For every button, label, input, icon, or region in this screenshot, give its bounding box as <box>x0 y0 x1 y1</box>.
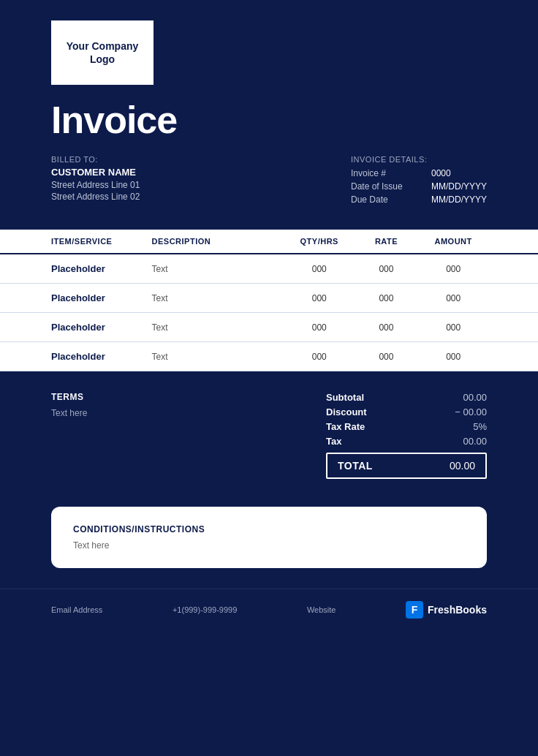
row2-item: Placeholder <box>51 292 152 303</box>
discount-value: − 00.00 <box>455 407 487 417</box>
row1-desc: Text <box>152 264 286 274</box>
row2-desc: Text <box>152 293 286 303</box>
row1-amount: 000 <box>420 264 487 274</box>
row4-qty: 000 <box>286 352 353 362</box>
footer-website: Website <box>307 605 336 614</box>
terms-text: Text here <box>51 408 87 418</box>
freshbooks-name: FreshBooks <box>428 604 487 616</box>
row2-rate: 000 <box>353 293 420 303</box>
col-header-description: DESCRIPTION <box>152 237 286 246</box>
logo-area: Your Company Logo <box>0 0 538 85</box>
discount-line: Discount − 00.00 <box>326 407 487 417</box>
row2-qty: 000 <box>286 293 353 303</box>
table-row: Placeholder Text 000 000 000 <box>0 254 538 284</box>
table-row: Placeholder Text 000 000 000 <box>0 342 538 371</box>
freshbooks-icon: F <box>406 601 423 619</box>
row1-item: Placeholder <box>51 263 152 274</box>
tax-rate-line: Tax Rate 5% <box>326 421 487 432</box>
terms-block: TERMS Text here <box>51 392 87 418</box>
freshbooks-logo: F FreshBooks <box>406 601 487 619</box>
row4-rate: 000 <box>353 352 420 362</box>
col-header-rate: RATE <box>353 237 420 246</box>
row4-desc: Text <box>152 352 286 362</box>
tax-label: Tax <box>326 436 341 447</box>
invoice-number-row: Invoice # 0000 <box>351 168 487 178</box>
invoice-page: Your Company Logo Invoice BILLED TO: CUS… <box>0 0 538 756</box>
customer-name: CUSTOMER NAME <box>51 167 140 178</box>
subtotal-label: Subtotal <box>326 392 364 403</box>
col-header-item: ITEM/SERVICE <box>51 237 152 246</box>
invoice-number-value: 0000 <box>431 168 451 178</box>
total-label: TOTAL <box>338 460 373 472</box>
total-value: 00.00 <box>450 460 475 472</box>
due-date-row: Due Date MM/DD/YYYY <box>351 194 487 205</box>
terms-label: TERMS <box>51 392 87 402</box>
row1-qty: 000 <box>286 264 353 274</box>
row3-rate: 000 <box>353 322 420 333</box>
footer-email: Email Address <box>51 605 102 614</box>
totals-block: Subtotal 00.00 Discount − 00.00 Tax Rate… <box>326 392 487 479</box>
due-date-value: MM/DD/YYYY <box>431 194 487 205</box>
subtotal-value: 00.00 <box>463 392 487 403</box>
billing-row: BILLED TO: CUSTOMER NAME Street Address … <box>0 142 538 208</box>
address-line-1: Street Address Line 01 <box>51 180 140 190</box>
table-row: Placeholder Text 000 000 000 <box>0 313 538 342</box>
date-of-issue-value: MM/DD/YYYY <box>431 181 487 192</box>
bottom-section: TERMS Text here Subtotal 00.00 Discount … <box>0 371 538 499</box>
row3-qty: 000 <box>286 322 353 333</box>
company-logo: Your Company Logo <box>51 20 154 85</box>
tax-line: Tax 00.00 <box>326 436 487 447</box>
tax-rate-label: Tax Rate <box>326 421 365 432</box>
billed-to-label: BILLED TO: <box>51 155 140 164</box>
due-date-label: Due Date <box>351 194 417 205</box>
footer: Email Address +1(999)-999-9999 Website F… <box>0 589 538 630</box>
row3-item: Placeholder <box>51 322 152 333</box>
row4-item: Placeholder <box>51 351 152 362</box>
billed-to-section: BILLED TO: CUSTOMER NAME Street Address … <box>51 155 140 208</box>
col-header-qty: QTY/HRS <box>286 237 353 246</box>
subtotal-line: Subtotal 00.00 <box>326 392 487 403</box>
row2-amount: 000 <box>420 293 487 303</box>
conditions-area: CONDITIONS/INSTRUCTIONS Text here <box>0 499 538 589</box>
tax-rate-value: 5% <box>473 421 487 432</box>
conditions-label: CONDITIONS/INSTRUCTIONS <box>73 524 465 534</box>
row3-amount: 000 <box>420 322 487 333</box>
row1-rate: 000 <box>353 264 420 274</box>
col-header-amount: AMOUNT <box>420 237 487 246</box>
table-header: ITEM/SERVICE DESCRIPTION QTY/HRS RATE AM… <box>0 230 538 254</box>
footer-phone: +1(999)-999-9999 <box>173 605 237 614</box>
invoice-details-label: INVOICE DETAILS: <box>351 155 487 164</box>
date-of-issue-row: Date of Issue MM/DD/YYYY <box>351 181 487 192</box>
row4-amount: 000 <box>420 352 487 362</box>
conditions-box: CONDITIONS/INSTRUCTIONS Text here <box>51 507 487 568</box>
invoice-number-label: Invoice # <box>351 168 417 178</box>
items-table: ITEM/SERVICE DESCRIPTION QTY/HRS RATE AM… <box>0 230 538 371</box>
invoice-title: Invoice <box>0 85 538 142</box>
table-row: Placeholder Text 000 000 000 <box>0 284 538 313</box>
discount-label: Discount <box>326 407 367 417</box>
address-line-2: Street Address Line 02 <box>51 192 140 202</box>
date-of-issue-label: Date of Issue <box>351 181 417 192</box>
row3-desc: Text <box>152 322 286 333</box>
total-final-box: TOTAL 00.00 <box>326 453 487 479</box>
conditions-text: Text here <box>73 540 465 551</box>
tax-value: 00.00 <box>463 436 487 447</box>
invoice-details-section: INVOICE DETAILS: Invoice # 0000 Date of … <box>351 155 487 208</box>
